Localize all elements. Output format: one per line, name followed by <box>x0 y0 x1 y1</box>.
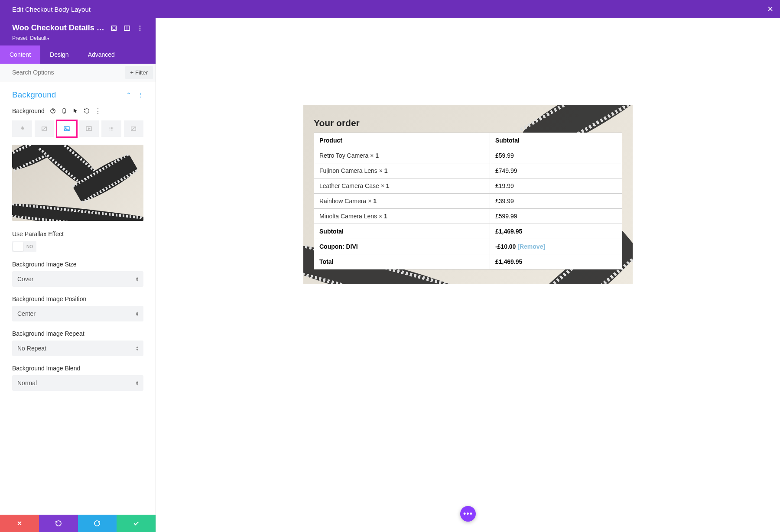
bg-blend-label: Background Image Blend <box>12 365 143 372</box>
checkout-section: Your order Product Subtotal Retro Toy Ca… <box>303 105 633 284</box>
product-cell: Minolta Camera Lens 1 <box>314 209 490 224</box>
bg-gradient-tab[interactable] <box>35 120 55 137</box>
filter-button[interactable]: Filter <box>125 66 153 79</box>
svg-point-17 <box>111 127 112 128</box>
section-title: Background <box>12 90 56 100</box>
bg-blend-select[interactable]: Normal <box>12 375 143 391</box>
help-icon[interactable] <box>50 108 56 114</box>
select-caret-icon <box>136 380 138 386</box>
svg-rect-1 <box>113 27 115 29</box>
bg-repeat-select[interactable]: No Repeat <box>12 341 143 356</box>
section-header-background[interactable]: Background ⌃ ⋮ <box>0 81 156 105</box>
settings-header: Woo Checkout Details Setti... Preset: De… <box>0 18 156 45</box>
bg-repeat-label: Background Image Repeat <box>12 330 143 337</box>
parallax-label: Use Parallax Effect <box>12 230 143 237</box>
svg-point-18 <box>112 127 113 128</box>
builder-fab-button[interactable]: ••• <box>460 506 476 522</box>
bg-image-tab[interactable] <box>57 120 77 137</box>
more-icon[interactable] <box>136 25 143 32</box>
coupon-label: Coupon: DIVI <box>314 239 490 254</box>
svg-point-20 <box>111 128 112 129</box>
phone-icon[interactable] <box>61 108 67 114</box>
price-cell: £749.99 <box>490 163 622 178</box>
section-more-icon[interactable]: ⋮ <box>137 91 143 98</box>
total-label: Total <box>314 254 490 269</box>
search-input[interactable] <box>0 64 125 81</box>
product-cell: Fujinon Camera Lens 1 <box>314 163 490 178</box>
svg-point-23 <box>111 130 112 130</box>
bg-size-label: Background Image Size <box>12 261 143 268</box>
preview-pane: Your order Product Subtotal Retro Toy Ca… <box>156 18 780 532</box>
cancel-button[interactable] <box>0 515 39 532</box>
price-cell: £59.99 <box>490 148 622 163</box>
bg-position-label: Background Image Position <box>12 295 143 302</box>
svg-rect-0 <box>112 26 117 30</box>
price-cell: £19.99 <box>490 178 622 194</box>
order-table: Product Subtotal Retro Toy Camera 1£59.9… <box>314 133 622 269</box>
select-caret-icon <box>136 346 138 351</box>
svg-point-6 <box>140 29 141 31</box>
top-bar-title: Edit Checkout Body Layout <box>12 6 91 13</box>
bg-video-tab[interactable] <box>79 120 99 137</box>
bottom-actions <box>0 515 156 532</box>
redo-button[interactable] <box>78 515 117 532</box>
tab-advanced[interactable]: Advanced <box>78 45 124 64</box>
table-row: Fujinon Camera Lens 1£749.99 <box>314 163 622 178</box>
bg-pattern-tab[interactable] <box>101 120 121 137</box>
col-subtotal: Subtotal <box>490 133 622 148</box>
subtotal-label: Subtotal <box>314 224 490 239</box>
table-row: Minolta Camera Lens 1£599.99 <box>314 209 622 224</box>
product-cell: Leather Camera Case 1 <box>314 178 490 194</box>
expand-icon[interactable] <box>110 25 117 32</box>
columns-icon[interactable] <box>124 25 130 32</box>
save-button[interactable] <box>117 515 156 532</box>
search-row: Filter <box>0 64 156 81</box>
svg-point-19 <box>109 128 110 129</box>
svg-point-22 <box>109 130 110 130</box>
tab-content[interactable]: Content <box>0 45 40 64</box>
bg-position-select[interactable]: Center <box>12 306 143 321</box>
parallax-toggle[interactable]: NO <box>12 241 36 252</box>
bg-color-tab[interactable] <box>12 120 32 137</box>
background-label: Background <box>12 107 45 114</box>
product-cell: Rainbow Camera 1 <box>314 194 490 209</box>
total-value: £1,469.95 <box>490 254 622 269</box>
svg-point-24 <box>112 130 113 130</box>
table-row: Rainbow Camera 1£39.99 <box>314 194 622 209</box>
settings-title: Woo Checkout Details Setti... <box>12 23 104 32</box>
settings-sidebar: Woo Checkout Details Setti... Preset: De… <box>0 18 156 532</box>
reset-icon[interactable] <box>84 108 90 114</box>
background-image-preview[interactable] <box>12 145 143 221</box>
tab-design[interactable]: Design <box>40 45 78 64</box>
hover-icon[interactable] <box>72 108 78 114</box>
svg-point-5 <box>140 27 141 29</box>
table-row: Leather Camera Case 1£19.99 <box>314 178 622 194</box>
select-caret-icon <box>136 276 138 282</box>
chevron-up-icon[interactable]: ⌃ <box>126 91 131 98</box>
top-bar: Edit Checkout Body Layout × <box>0 0 780 18</box>
svg-point-16 <box>109 127 110 128</box>
price-cell: £39.99 <box>490 194 622 209</box>
svg-line-12 <box>42 127 47 130</box>
svg-point-4 <box>140 26 141 27</box>
background-field-header: Background ⋮ <box>0 105 156 117</box>
settings-tabs: Content Design Advanced <box>0 45 156 64</box>
field-more-icon[interactable]: ⋮ <box>95 108 101 114</box>
select-caret-icon <box>136 311 138 316</box>
undo-button[interactable] <box>39 515 78 532</box>
price-cell: £599.99 <box>490 209 622 224</box>
subtotal-value: £1,469.95 <box>490 224 622 239</box>
bg-mask-tab[interactable] <box>124 120 144 137</box>
coupon-cell: -£10.00 [Remove] <box>490 239 622 254</box>
product-cell: Retro Toy Camera 1 <box>314 148 490 163</box>
svg-point-21 <box>112 128 113 129</box>
col-product: Product <box>314 133 490 148</box>
close-icon[interactable]: × <box>767 3 773 15</box>
bg-size-select[interactable]: Cover <box>12 271 143 287</box>
table-row: Retro Toy Camera 1£59.99 <box>314 148 622 163</box>
order-heading: Your order <box>314 118 622 128</box>
preset-selector[interactable]: Preset: Default <box>12 35 143 41</box>
coupon-remove-link[interactable]: [Remove] <box>517 243 545 250</box>
background-type-tabs <box>0 117 156 140</box>
svg-point-8 <box>52 112 53 113</box>
